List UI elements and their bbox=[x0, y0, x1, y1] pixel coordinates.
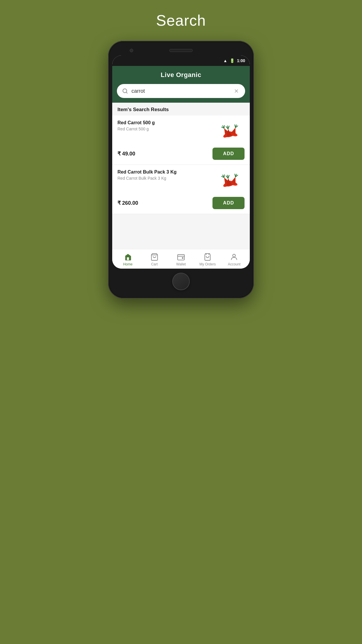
nav-item-cart[interactable]: Cart bbox=[146, 253, 163, 266]
app-header: Live Organic bbox=[112, 66, 250, 84]
add-to-cart-button[interactable]: ADD bbox=[212, 197, 245, 209]
product-top: Red Carrot 500 g Red Carrot 500 g bbox=[117, 120, 245, 144]
search-clear-button[interactable] bbox=[233, 88, 240, 94]
phone-camera bbox=[130, 49, 133, 52]
product-price: ₹ 49.00 bbox=[117, 150, 135, 157]
results-header: Item's Search Results bbox=[112, 103, 250, 116]
nav-label-cart: Cart bbox=[151, 262, 158, 266]
nav-label-home: Home bbox=[123, 262, 133, 266]
battery-icon: 🔋 bbox=[230, 58, 235, 63]
cart-icon bbox=[150, 253, 159, 261]
account-icon bbox=[230, 253, 238, 261]
product-info: Red Carrot Bulk Pack 3 Kg Red Carrot Bul… bbox=[117, 169, 215, 181]
wallet-icon bbox=[177, 253, 185, 261]
product-name: Red Carrot 500 g bbox=[117, 120, 215, 125]
svg-line-1 bbox=[126, 92, 127, 93]
product-card: Red Carrot Bulk Pack 3 Kg Red Carrot Bul… bbox=[112, 165, 250, 214]
product-name: Red Carrot Bulk Pack 3 Kg bbox=[117, 169, 215, 175]
product-image bbox=[215, 120, 245, 144]
app-title: Live Organic bbox=[161, 71, 201, 78]
svg-rect-36 bbox=[178, 255, 184, 260]
phone-top-bar bbox=[112, 47, 250, 55]
product-description: Red Carrot Bulk Pack 3 Kg bbox=[117, 176, 215, 181]
nav-label-orders: My Orders bbox=[199, 262, 216, 266]
svg-rect-34 bbox=[127, 257, 129, 260]
svg-point-40 bbox=[233, 254, 236, 257]
add-to-cart-button[interactable]: ADD bbox=[212, 148, 245, 160]
search-box[interactable] bbox=[117, 84, 245, 98]
product-info: Red Carrot 500 g Red Carrot 500 g bbox=[117, 120, 215, 131]
product-bottom: ₹ 49.00 ADD bbox=[117, 148, 245, 160]
product-description: Red Carrot 500 g bbox=[117, 127, 215, 131]
search-area bbox=[112, 84, 250, 103]
product-bottom: ₹ 260.00 ADD bbox=[117, 197, 245, 209]
phone-speaker bbox=[169, 49, 193, 52]
product-card: Red Carrot 500 g Red Carrot 500 g bbox=[112, 116, 250, 165]
search-icon bbox=[122, 88, 128, 94]
home-icon bbox=[124, 253, 132, 261]
phone-bottom-bar bbox=[112, 269, 250, 293]
phone-device: ▲ 🔋 1:00 Live Organic bbox=[108, 41, 254, 298]
bottom-navigation: Home Cart Wallet bbox=[112, 249, 250, 269]
results-section: Item's Search Results Red Carrot 500 g R… bbox=[112, 103, 250, 249]
nav-item-home[interactable]: Home bbox=[119, 253, 137, 266]
nav-item-orders[interactable]: My Orders bbox=[199, 253, 216, 266]
time-display: 1:00 bbox=[237, 58, 245, 63]
nav-label-wallet: Wallet bbox=[176, 262, 186, 266]
product-top: Red Carrot Bulk Pack 3 Kg Red Carrot Bul… bbox=[117, 169, 245, 193]
nav-item-account[interactable]: Account bbox=[225, 253, 243, 266]
page-heading: Search bbox=[156, 12, 206, 29]
phone-home-button[interactable] bbox=[172, 273, 190, 290]
status-bar: ▲ 🔋 1:00 bbox=[112, 55, 250, 66]
product-price: ₹ 260.00 bbox=[117, 200, 138, 206]
svg-point-37 bbox=[182, 258, 183, 259]
search-input[interactable] bbox=[131, 88, 229, 94]
phone-screen: ▲ 🔋 1:00 Live Organic bbox=[112, 55, 250, 269]
nav-item-wallet[interactable]: Wallet bbox=[172, 253, 190, 266]
empty-content-area bbox=[112, 214, 250, 249]
signal-icon: ▲ bbox=[223, 58, 227, 63]
orders-icon bbox=[203, 253, 212, 261]
product-image bbox=[215, 169, 245, 193]
nav-label-account: Account bbox=[228, 262, 240, 266]
